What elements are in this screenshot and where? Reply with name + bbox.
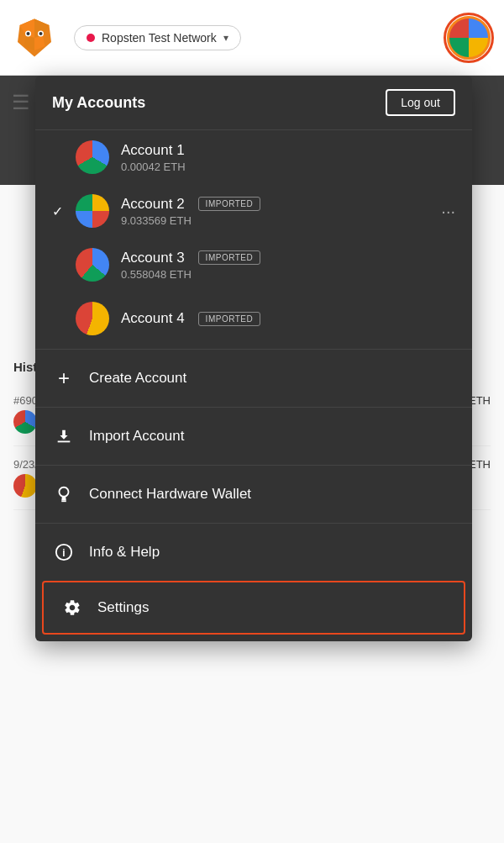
hamburger-icon[interactable]: ☰ — [12, 91, 30, 114]
info-help-label: Info & Help — [89, 544, 160, 561]
settings-item[interactable]: Settings — [44, 582, 464, 633]
divider-3 — [35, 465, 472, 466]
imported-badge-2: IMPORTED — [198, 197, 261, 211]
svg-point-7 — [27, 32, 30, 35]
create-account-label: Create Account — [89, 370, 186, 387]
svg-text:i: i — [62, 547, 65, 559]
top-bar: Ropsten Test Network ▾ — [0, 0, 504, 76]
account-balance-2: 9.033569 ETH — [121, 214, 434, 227]
account-more-icon-2[interactable]: ··· — [441, 202, 455, 221]
network-name: Ropsten Test Network — [102, 31, 217, 45]
divider-2 — [35, 407, 472, 408]
import-account-label: Import Account — [89, 428, 184, 445]
divider-4 — [35, 523, 472, 524]
create-account-item[interactable]: + Create Account — [35, 353, 472, 403]
account-info-1: Account 1 0.00042 ETH — [121, 142, 455, 173]
account-info-3: Account 3 IMPORTED 0.558048 ETH — [121, 250, 455, 281]
account-name-1: Account 1 — [121, 142, 455, 159]
account-item-2[interactable]: ✓ Account 2 IMPORTED 9.033569 ETH ··· — [35, 184, 472, 238]
imported-badge-3: IMPORTED — [198, 250, 261, 265]
account-item-1[interactable]: Account 1 0.00042 ETH — [35, 130, 472, 184]
svg-point-8 — [39, 32, 43, 35]
accounts-dropdown: My Accounts Log out Account 1 0.00042 ET… — [35, 76, 472, 641]
dropdown-header: My Accounts Log out — [35, 76, 472, 130]
account-avatar-3 — [76, 248, 109, 282]
info-help-item[interactable]: i Info & Help — [35, 527, 472, 577]
import-icon — [52, 424, 76, 448]
account-name-3: Account 3 — [121, 250, 185, 266]
logout-button[interactable]: Log out — [386, 89, 455, 116]
my-accounts-label: My Accounts — [52, 94, 145, 112]
settings-gear-icon — [60, 596, 84, 619]
account-item-3[interactable]: Account 3 IMPORTED 0.558048 ETH — [35, 238, 472, 292]
account-info-2: Account 2 IMPORTED 9.033569 ETH — [121, 196, 434, 227]
settings-container: Settings — [42, 581, 465, 635]
info-icon: i — [52, 540, 76, 564]
account-name-4: Account 4 — [121, 310, 185, 327]
imported-badge-4: IMPORTED — [198, 312, 261, 326]
hardware-wallet-item[interactable]: Connect Hardware Wallet — [35, 469, 472, 519]
account-balance-3: 0.558048 ETH — [121, 268, 455, 281]
account-item-4[interactable]: Account 4 IMPORTED — [35, 292, 472, 345]
plus-icon: + — [52, 366, 76, 390]
account-name-2: Account 2 — [121, 196, 185, 213]
network-status-dot — [87, 34, 95, 42]
account-avatar-header[interactable] — [447, 16, 491, 60]
settings-label: Settings — [97, 599, 149, 616]
hardware-wallet-label: Connect Hardware Wallet — [89, 486, 251, 503]
chevron-down-icon: ▾ — [223, 32, 228, 44]
account-avatar-4 — [76, 302, 109, 335]
account-balance-1: 0.00042 ETH — [121, 161, 455, 173]
checkmark-icon-2: ✓ — [52, 203, 72, 219]
account-avatar-1 — [76, 140, 109, 174]
metamask-logo — [13, 17, 55, 59]
network-selector[interactable]: Ropsten Test Network ▾ — [74, 25, 241, 50]
account-info-4: Account 4 IMPORTED — [121, 310, 455, 327]
divider-1 — [35, 349, 472, 350]
svg-rect-9 — [61, 500, 66, 502]
account-avatar-2 — [76, 194, 109, 228]
hardware-wallet-icon — [52, 482, 76, 506]
import-account-item[interactable]: Import Account — [35, 411, 472, 461]
